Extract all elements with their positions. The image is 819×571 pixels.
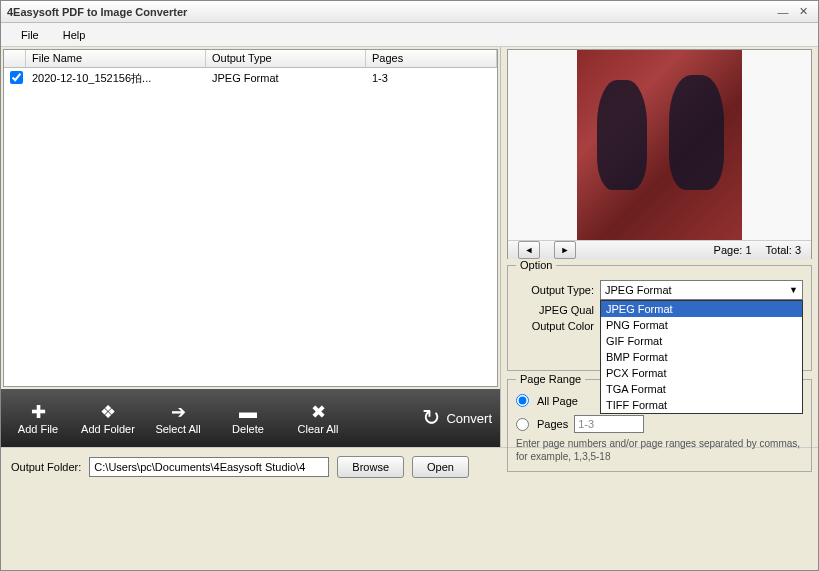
col-pages[interactable]: Pages: [366, 50, 497, 67]
allpage-text: All Page: [537, 395, 578, 407]
dropdown-option[interactable]: PCX Format: [601, 365, 802, 381]
outputtype-dropdown: JPEG Format PNG Format GIF Format BMP Fo…: [600, 300, 803, 414]
menu-bar: File Help: [1, 23, 818, 47]
preview-image: [577, 50, 742, 240]
add-file-button[interactable]: ✚ Add File: [9, 401, 67, 435]
dropdown-option[interactable]: GIF Format: [601, 333, 802, 349]
dropdown-option[interactable]: TIFF Format: [601, 397, 802, 413]
page-indicator: Page: 1: [714, 244, 752, 256]
select-all-label: Select All: [155, 423, 200, 435]
clear-all-button[interactable]: ✖ Clear All: [289, 401, 347, 435]
preview-panel: ◄ ► Page: 1 Total: 3: [507, 49, 812, 259]
open-button[interactable]: Open: [412, 456, 469, 478]
row-pages: 1-3: [366, 70, 497, 86]
dropdown-option[interactable]: PNG Format: [601, 317, 802, 333]
col-filename[interactable]: File Name: [26, 50, 206, 67]
col-outputtype[interactable]: Output Type: [206, 50, 366, 67]
convert-button[interactable]: ↻ Convert: [422, 407, 492, 429]
pages-input[interactable]: [574, 415, 644, 433]
file-table: File Name Output Type Pages 2020-12-10_1…: [3, 49, 498, 387]
close-button[interactable]: ✕: [794, 4, 812, 20]
clear-all-label: Clear All: [298, 423, 339, 435]
add-file-label: Add File: [18, 423, 58, 435]
dropdown-option[interactable]: BMP Format: [601, 349, 802, 365]
convert-label: Convert: [446, 411, 492, 426]
window-title: 4Easysoft PDF to Image Converter: [7, 6, 772, 18]
dropdown-option[interactable]: TGA Format: [601, 381, 802, 397]
arrow-right-icon: ➔: [171, 401, 186, 423]
allpage-radio-label[interactable]: All Page: [516, 394, 578, 407]
title-bar: 4Easysoft PDF to Image Converter — ✕: [1, 1, 818, 23]
menu-file[interactable]: File: [9, 26, 51, 44]
outputtype-value: JPEG Format: [605, 284, 672, 296]
total-pages: Total: 3: [766, 244, 801, 256]
pages-text: Pages: [537, 418, 568, 430]
minus-icon: ▬: [239, 401, 257, 423]
row-outputtype: JPEG Format: [206, 70, 366, 86]
preview-image-area: [508, 50, 811, 240]
allpage-radio[interactable]: [516, 394, 529, 407]
col-check[interactable]: [4, 50, 26, 67]
row-filename: 2020-12-10_152156拍...: [26, 69, 206, 88]
delete-button[interactable]: ▬ Delete: [219, 401, 277, 435]
preview-nav: ◄ ► Page: 1 Total: 3: [508, 240, 811, 259]
option-group: Option Output Type: JPEG Format ▼ JPEG F…: [507, 265, 812, 371]
next-page-button[interactable]: ►: [554, 241, 576, 259]
select-all-button[interactable]: ➔ Select All: [149, 401, 207, 435]
plus-icon: ✚: [31, 401, 46, 423]
refresh-icon: ↻: [422, 407, 440, 429]
delete-label: Delete: [232, 423, 264, 435]
minimize-button[interactable]: —: [774, 4, 792, 20]
jpegquality-label: JPEG Qual: [516, 304, 594, 316]
table-header: File Name Output Type Pages: [4, 50, 497, 68]
row-checkbox[interactable]: [10, 71, 23, 84]
action-toolbar: ✚ Add File ❖ Add Folder ➔ Select All ▬ D…: [1, 389, 500, 447]
outputtype-select[interactable]: JPEG Format ▼: [600, 280, 803, 300]
dropdown-option[interactable]: JPEG Format: [601, 301, 802, 317]
pagerange-hint: Enter page numbers and/or page ranges se…: [516, 437, 803, 463]
browse-button[interactable]: Browse: [337, 456, 404, 478]
add-folder-label: Add Folder: [81, 423, 135, 435]
dropdown-arrow-icon: ▼: [789, 285, 798, 295]
prev-page-button[interactable]: ◄: [518, 241, 540, 259]
outputtype-label: Output Type:: [516, 284, 594, 296]
output-folder-label: Output Folder:: [11, 461, 81, 473]
add-folder-button[interactable]: ❖ Add Folder: [79, 401, 137, 435]
folder-plus-icon: ❖: [100, 401, 116, 423]
table-row[interactable]: 2020-12-10_152156拍... JPEG Format 1-3: [4, 68, 497, 88]
menu-help[interactable]: Help: [51, 26, 98, 44]
pages-radio[interactable]: [516, 418, 529, 431]
pagerange-legend: Page Range: [516, 373, 585, 385]
x-icon: ✖: [311, 401, 326, 423]
pages-radio-label[interactable]: Pages: [516, 415, 803, 433]
output-folder-input[interactable]: [89, 457, 329, 477]
outputcolor-label: Output Color: [516, 320, 594, 332]
option-legend: Option: [516, 259, 556, 271]
